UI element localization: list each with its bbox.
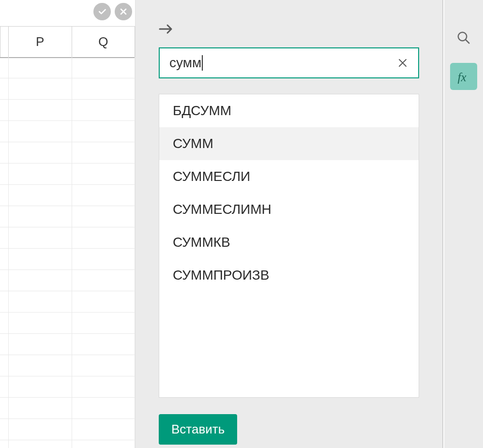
table-row	[0, 376, 135, 398]
table-row	[0, 206, 135, 227]
grid-cell[interactable]	[9, 334, 72, 355]
grid-cell[interactable]	[9, 164, 72, 184]
column-header-gutter[interactable]	[0, 27, 9, 57]
table-row	[0, 121, 135, 142]
row-gutter-cell[interactable]	[0, 57, 9, 78]
accept-icon[interactable]	[93, 3, 111, 20]
table-row	[0, 334, 135, 355]
search-icon	[456, 30, 471, 45]
row-gutter-cell[interactable]	[0, 440, 9, 448]
grid-cell[interactable]	[72, 376, 136, 397]
grid-cell[interactable]	[9, 227, 72, 248]
row-gutter-cell[interactable]	[0, 78, 9, 99]
grid-cell[interactable]	[72, 142, 136, 163]
search-tool-button[interactable]	[450, 24, 477, 51]
right-toolbar: fx	[444, 0, 483, 448]
table-row	[0, 142, 135, 164]
table-row	[0, 419, 135, 440]
grid-cell[interactable]	[72, 164, 136, 184]
grid-cell[interactable]	[9, 419, 72, 440]
grid-cell[interactable]	[9, 313, 72, 333]
grid-cell[interactable]	[9, 355, 72, 376]
row-gutter-cell[interactable]	[0, 164, 9, 184]
table-row	[0, 270, 135, 291]
table-row	[0, 398, 135, 419]
grid-cell[interactable]	[72, 355, 136, 376]
grid-cell[interactable]	[72, 121, 136, 142]
table-row	[0, 227, 135, 249]
grid-cell[interactable]	[72, 313, 136, 333]
grid-cell[interactable]	[9, 398, 72, 418]
grid-cell[interactable]	[9, 142, 72, 163]
function-result-item[interactable]: СУММ	[159, 127, 419, 160]
grid-cell[interactable]	[72, 100, 136, 120]
row-gutter-cell[interactable]	[0, 270, 9, 291]
grid-cell[interactable]	[9, 249, 72, 269]
grid-cell[interactable]	[72, 440, 136, 448]
rows-area	[0, 57, 135, 448]
insert-button[interactable]: Вставить	[159, 414, 237, 445]
table-row	[0, 185, 135, 206]
function-result-item[interactable]: СУММПРОИЗВ	[159, 259, 419, 292]
column-headers: P Q	[0, 26, 135, 58]
grid-cell[interactable]	[72, 185, 136, 206]
grid-cell[interactable]	[9, 78, 72, 99]
fx-icon: fx	[456, 69, 471, 84]
collapse-panel-button[interactable]	[159, 23, 419, 37]
grid-cell[interactable]	[72, 270, 136, 291]
grid-cell[interactable]	[72, 57, 136, 78]
function-search-input-text[interactable]: сумм	[169, 55, 201, 71]
row-gutter-cell[interactable]	[0, 334, 9, 355]
grid-cell[interactable]	[72, 419, 136, 440]
grid-cell[interactable]	[9, 206, 72, 227]
cancel-icon[interactable]	[115, 3, 132, 20]
grid-cell[interactable]	[9, 440, 72, 448]
grid-cell[interactable]	[9, 185, 72, 206]
row-gutter-cell[interactable]	[0, 249, 9, 269]
function-result-item[interactable]: СУММЕСЛИМН	[159, 193, 419, 226]
table-row	[0, 249, 135, 270]
function-result-item[interactable]: СУММЕСЛИ	[159, 160, 419, 193]
function-search-wrap[interactable]: сумм	[159, 47, 419, 78]
grid-cell[interactable]	[9, 121, 72, 142]
table-row	[0, 100, 135, 121]
function-result-item[interactable]: СУММКВ	[159, 226, 419, 259]
function-tool-button[interactable]: fx	[450, 63, 477, 90]
row-gutter-cell[interactable]	[0, 121, 9, 142]
table-row	[0, 313, 135, 334]
row-gutter-cell[interactable]	[0, 398, 9, 418]
column-header-q[interactable]: Q	[72, 27, 136, 57]
grid-cell[interactable]	[72, 78, 136, 99]
grid-cell[interactable]	[72, 398, 136, 418]
row-gutter-cell[interactable]	[0, 100, 9, 120]
grid-cell[interactable]	[9, 270, 72, 291]
row-gutter-cell[interactable]	[0, 291, 9, 312]
grid-cell[interactable]	[9, 100, 72, 120]
row-gutter-cell[interactable]	[0, 355, 9, 376]
table-row	[0, 78, 135, 100]
row-gutter-cell[interactable]	[0, 419, 9, 440]
row-gutter-cell[interactable]	[0, 185, 9, 206]
grid-cell[interactable]	[72, 249, 136, 269]
grid-cell[interactable]	[72, 227, 136, 248]
grid-cell[interactable]	[9, 376, 72, 397]
function-results-list: БДСУММСУММСУММЕСЛИСУММЕСЛИМНСУММКВСУММПР…	[159, 94, 419, 398]
row-gutter-cell[interactable]	[0, 206, 9, 227]
clear-search-button[interactable]	[397, 57, 408, 69]
row-gutter-cell[interactable]	[0, 376, 9, 397]
grid-cell[interactable]	[9, 291, 72, 312]
function-result-item[interactable]: БДСУММ	[159, 94, 419, 127]
x-icon	[119, 7, 128, 16]
grid-cell[interactable]	[9, 57, 72, 78]
column-header-p[interactable]: P	[9, 27, 72, 57]
row-gutter-cell[interactable]	[0, 227, 9, 248]
grid-cell[interactable]	[72, 206, 136, 227]
row-gutter-cell[interactable]	[0, 142, 9, 163]
grid-cell[interactable]	[72, 291, 136, 312]
grid-cell[interactable]	[72, 334, 136, 355]
function-search-input[interactable]	[203, 55, 397, 71]
table-row	[0, 355, 135, 376]
arrow-right-icon	[159, 23, 173, 35]
table-row	[0, 164, 135, 185]
row-gutter-cell[interactable]	[0, 313, 9, 333]
